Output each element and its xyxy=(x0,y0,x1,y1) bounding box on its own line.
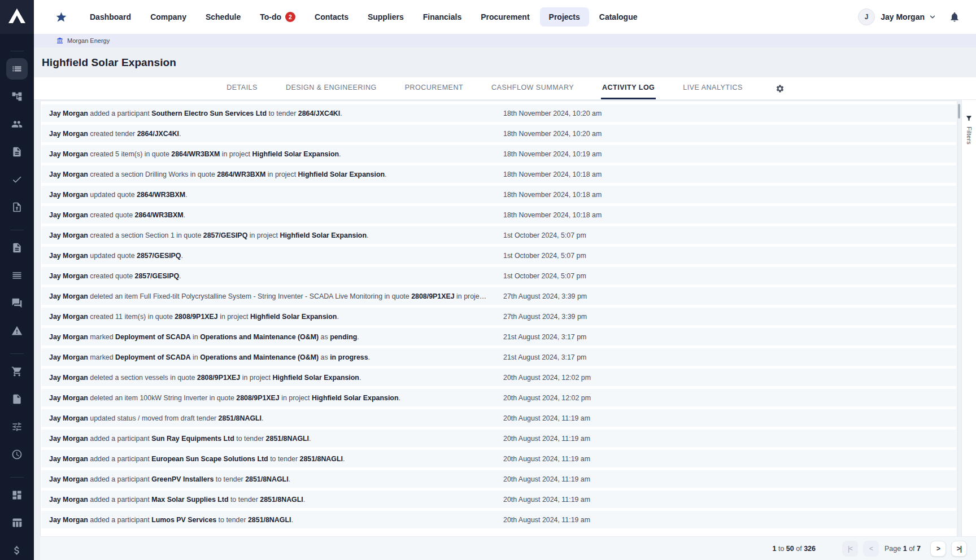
sidebar-item-activity-log[interactable] xyxy=(6,58,28,80)
range-to: 50 xyxy=(786,545,794,553)
sidebar-item-adjustments[interactable] xyxy=(6,416,28,438)
activity-row[interactable]: Jay Morgan deleted a section vessels in … xyxy=(41,369,956,386)
sidebar-item-people[interactable] xyxy=(6,113,28,135)
activity-row[interactable]: Jay Morgan created tender 2864/JXC4KI.18… xyxy=(41,125,956,142)
tab-design-engineering[interactable]: DESIGN & ENGINEERING xyxy=(285,77,378,99)
activity-row[interactable]: Jay Morgan deleted an item 100kW String … xyxy=(41,389,956,406)
last-page-button[interactable]: >| xyxy=(951,541,967,557)
nav-item-label: Projects xyxy=(549,12,580,21)
sidebar-item-time[interactable] xyxy=(6,444,28,465)
activity-row[interactable]: Jay Morgan created 11 item(s) in quote 2… xyxy=(41,308,956,325)
activity-row[interactable]: Jay Morgan created a section Section 1 i… xyxy=(41,226,956,244)
tab-details[interactable]: DETAILS xyxy=(225,77,259,99)
activity-timestamp: 18th November 2024, 10:19 am xyxy=(503,150,602,158)
nav-item-label: Financials xyxy=(423,12,461,21)
nav-item-catalogue[interactable]: Catalogue xyxy=(590,7,647,27)
activity-timestamp: 20th August 2024, 11:19 am xyxy=(503,516,590,524)
activity-timestamp: 18th November 2024, 10:18 am xyxy=(503,170,602,178)
sidebar-item-dashboard-grid[interactable] xyxy=(6,484,28,506)
tab-cashflow-summary[interactable]: CASHFLOW SUMMARY xyxy=(490,77,575,99)
activity-row[interactable]: Jay Morgan added a participant GreenPV I… xyxy=(41,470,956,488)
nav-item-to-do[interactable]: To-do2 xyxy=(251,7,304,27)
sidebar-item-invoice-document[interactable] xyxy=(6,388,28,410)
activity-row[interactable]: Jay Morgan added a participant Southern … xyxy=(41,104,956,122)
dashboard-grid-icon xyxy=(11,489,23,501)
sidebar-item-hierarchy[interactable] xyxy=(6,86,28,107)
app-logo[interactable] xyxy=(0,0,34,34)
nav-item-contacts[interactable]: Contacts xyxy=(306,7,358,27)
sidebar-item-tasks-check[interactable] xyxy=(6,169,28,190)
activity-row[interactable]: Jay Morgan updated status / moved from d… xyxy=(41,409,956,427)
nav-item-procurement[interactable]: Procurement xyxy=(472,7,538,27)
app-logo-icon xyxy=(8,8,25,25)
activity-text: Jay Morgan marked Deployment of SCADA in… xyxy=(49,333,487,341)
filters-panel-toggle[interactable]: Filters xyxy=(961,100,976,536)
activity-row[interactable]: Jay Morgan added a participant European … xyxy=(41,450,956,467)
activity-timestamp: 20th August 2024, 11:19 am xyxy=(503,414,590,422)
nav-item-suppliers[interactable]: Suppliers xyxy=(359,7,413,27)
activity-log-panel: Jay Morgan added a participant Southern … xyxy=(40,100,957,560)
nav-item-label: Company xyxy=(150,12,186,21)
activity-row[interactable]: Jay Morgan created quote 2864/WR3BXM.18t… xyxy=(41,206,956,224)
sidebar-item-table[interactable] xyxy=(6,512,28,533)
top-navigation: DashboardCompanyScheduleTo-do2ContactsSu… xyxy=(34,0,976,34)
nav-item-label: Suppliers xyxy=(368,12,404,21)
user-menu[interactable]: Jay Morgan xyxy=(881,12,925,21)
activity-row[interactable]: Jay Morgan created a section Drilling Wo… xyxy=(41,165,956,183)
activity-row[interactable]: Jay Morgan added a participant Max Solar… xyxy=(41,491,956,508)
nav-items: DashboardCompanyScheduleTo-do2ContactsSu… xyxy=(81,7,647,27)
activity-text: Jay Morgan created 11 item(s) in quote 2… xyxy=(49,313,487,321)
tab-procurement[interactable]: PROCUREMENT xyxy=(404,77,464,99)
nav-item-dashboard[interactable]: Dashboard xyxy=(81,7,140,27)
activity-timestamp: 20th August 2024, 11:19 am xyxy=(503,435,590,443)
activity-row[interactable]: Jay Morgan marked Deployment of SCADA in… xyxy=(41,328,956,345)
finance-dollar-icon xyxy=(11,545,23,556)
next-page-button[interactable]: > xyxy=(930,541,946,557)
breadcrumb-company: Morgan Energy xyxy=(67,37,110,44)
sidebar-item-rows[interactable] xyxy=(6,265,28,286)
sidebar xyxy=(0,0,34,560)
bank-building-icon xyxy=(56,37,63,44)
nav-item-label: Catalogue xyxy=(599,12,638,21)
tab-live-analytics[interactable]: LIVE ANALYTICS xyxy=(682,77,743,99)
sidebar-items xyxy=(0,34,34,560)
activity-text: Jay Morgan marked Deployment of SCADA in… xyxy=(49,353,487,361)
sidebar-item-warning[interactable] xyxy=(6,320,28,342)
activity-row[interactable]: Jay Morgan added a participant Lumos PV … xyxy=(41,511,956,528)
range-of-word: of xyxy=(796,545,801,553)
activity-row[interactable]: Jay Morgan created 5 item(s) in quote 28… xyxy=(41,145,956,163)
sidebar-item-finance-dollar[interactable] xyxy=(6,540,28,560)
sidebar-divider xyxy=(10,353,24,354)
nav-item-projects[interactable]: Projects xyxy=(540,7,589,27)
breadcrumb-bar: Morgan Energy xyxy=(34,34,976,47)
nav-item-company[interactable]: Company xyxy=(141,7,195,27)
tab-activity-log[interactable]: ACTIVITY LOG xyxy=(601,77,656,99)
sidebar-item-chat[interactable] xyxy=(6,292,28,314)
notification-bell-icon[interactable] xyxy=(949,11,960,23)
favorites-star-icon[interactable] xyxy=(55,11,67,23)
activity-row[interactable]: Jay Morgan updated quote 2857/GESIPQ.1st… xyxy=(41,247,956,264)
activity-row[interactable]: Jay Morgan added a participant Sun Ray E… xyxy=(41,430,956,447)
sidebar-item-document[interactable] xyxy=(6,141,28,163)
breadcrumb[interactable]: Morgan Energy xyxy=(56,37,110,44)
sidebar-item-quote-document[interactable] xyxy=(6,237,28,259)
settings-gear-icon[interactable] xyxy=(775,84,785,93)
nav-item-label: Schedule xyxy=(206,12,241,21)
activity-row[interactable]: Jay Morgan created quote 2857/GESIPQ.1st… xyxy=(41,267,956,285)
sidebar-item-cart[interactable] xyxy=(6,361,28,382)
activity-row[interactable]: Jay Morgan updated quote 2864/WR3BXM.18t… xyxy=(41,186,956,203)
chevron-down-icon[interactable] xyxy=(929,13,936,21)
scrollbar-thumb[interactable] xyxy=(958,104,960,119)
prev-page-button[interactable]: < xyxy=(863,541,879,557)
nav-item-schedule[interactable]: Schedule xyxy=(197,7,250,27)
tab-bar: DETAILSDESIGN & ENGINEERINGPROCUREMENTCA… xyxy=(34,77,976,100)
activity-text: Jay Morgan deleted an item 100kW String … xyxy=(49,394,487,402)
document-icon xyxy=(11,146,23,158)
activity-row[interactable]: Jay Morgan marked Deployment of SCADA in… xyxy=(41,348,956,366)
first-page-button[interactable]: |< xyxy=(842,541,858,557)
avatar[interactable]: J xyxy=(858,8,875,25)
sidebar-item-file-upload[interactable] xyxy=(6,196,28,218)
nav-item-financials[interactable]: Financials xyxy=(414,7,470,27)
activity-row[interactable]: Jay Morgan deleted an item Full Fixed-ti… xyxy=(41,287,956,305)
sidebar-divider xyxy=(10,230,24,230)
